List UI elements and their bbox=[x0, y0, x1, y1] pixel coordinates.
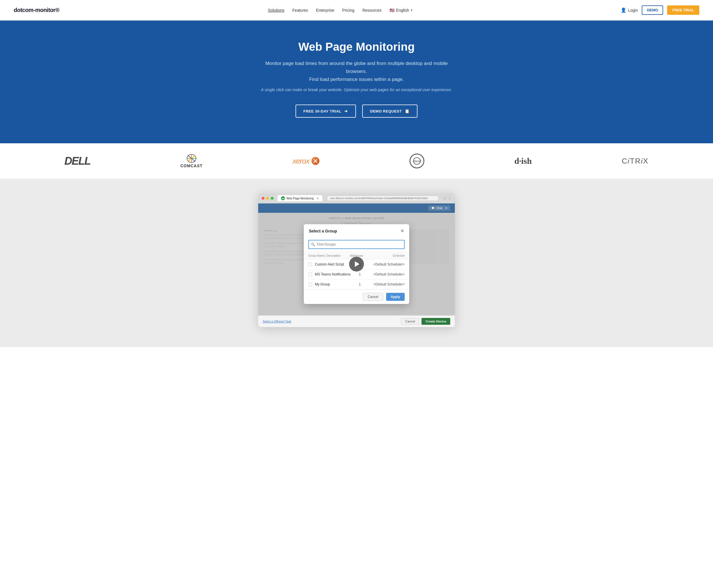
nav-enterprise[interactable]: Enterprise bbox=[316, 8, 334, 13]
close-dot-icon bbox=[261, 197, 265, 200]
volvo-logo: VOLVO bbox=[410, 153, 424, 168]
app-header: 💬 Chat ✕ bbox=[258, 204, 455, 213]
browser-tab[interactable]: dm Web Page Monitoring ✕ bbox=[277, 195, 322, 202]
logo[interactable]: dotcom-monitor® bbox=[14, 7, 60, 14]
hero-italic: A single click can make or break your we… bbox=[12, 87, 701, 92]
calendar-icon: 📋 bbox=[405, 109, 410, 113]
nav-pricing[interactable]: Pricing bbox=[342, 8, 355, 13]
hero-section: Web Page Monitoring Monitor page load ti… bbox=[0, 21, 713, 143]
comcast-logo: COMCAST bbox=[181, 154, 203, 168]
dialog-title: Select a Group bbox=[309, 229, 337, 233]
citrix-logo: CiTRiX bbox=[622, 157, 649, 166]
navbar: dotcom-monitor® Solutions Features Enter… bbox=[0, 0, 713, 21]
hero-title: Web Page Monitoring bbox=[12, 40, 701, 53]
row-addresses: 1 bbox=[351, 282, 369, 286]
logos-section: DELL COMCAST xerox VOLVO d·ish CiTRiX bbox=[0, 143, 713, 179]
create-device-button[interactable]: Create Device bbox=[421, 318, 450, 325]
browser-mockup: dm Web Page Monitoring ✕ user.dotcom-mon… bbox=[258, 193, 455, 327]
chat-close-icon[interactable]: ✕ bbox=[445, 207, 447, 210]
row-checkbox[interactable] bbox=[308, 262, 312, 266]
tab-close-icon[interactable]: ✕ bbox=[316, 196, 319, 200]
bottom-action-buttons: Cancel Create Device bbox=[401, 318, 450, 325]
nav-right: 👤 Login DEMO FREE TRIAL bbox=[621, 5, 699, 15]
hero-subtitle: Monitor page load times from around the … bbox=[257, 60, 456, 83]
app-body: CREATE A NEW MONITORING DEVICE Untitled … bbox=[258, 213, 455, 315]
row-name: Custom Alert Script bbox=[315, 262, 351, 266]
dialog-header: Select a Group ✕ bbox=[304, 224, 409, 237]
play-triangle-icon bbox=[355, 261, 360, 267]
dm-favicon-icon: dm bbox=[281, 196, 285, 200]
row-schedule: <Default Scheduler> bbox=[369, 262, 405, 266]
minimize-dot-icon bbox=[266, 197, 269, 200]
flag-icon: 🇺🇸 bbox=[390, 8, 394, 13]
maximize-dot-icon bbox=[271, 197, 274, 200]
comcast-peacock-icon bbox=[186, 154, 197, 163]
row-addresses: 1 bbox=[351, 272, 369, 276]
select-different-task-link[interactable]: Select a Different Task bbox=[263, 320, 291, 323]
table-row[interactable]: My Group 1 <Default Scheduler> bbox=[304, 279, 409, 290]
play-button[interactable] bbox=[349, 257, 364, 272]
dialog-overlay: Select a Group ✕ 🔍 Group Name, Descripti… bbox=[258, 213, 455, 315]
language-selector[interactable]: 🇺🇸 English ▾ bbox=[390, 8, 412, 13]
group-search-input[interactable] bbox=[308, 240, 405, 249]
svg-text:VOLVO: VOLVO bbox=[413, 160, 421, 163]
xerox-logo: xerox bbox=[293, 157, 320, 166]
bottom-cancel-button[interactable]: Cancel bbox=[401, 318, 419, 325]
browser-action-icons: ☆ ⋮ bbox=[443, 196, 452, 200]
nav-solutions[interactable]: Solutions bbox=[268, 8, 285, 13]
dialog-close-button[interactable]: ✕ bbox=[400, 228, 404, 234]
nav-links: Solutions Features Enterprise Pricing Re… bbox=[268, 8, 412, 13]
nav-resources[interactable]: Resources bbox=[362, 8, 382, 13]
arrow-right-icon: ➜ bbox=[344, 109, 348, 113]
dialog-search-area: 🔍 bbox=[304, 237, 409, 252]
language-chevron-icon: ▾ bbox=[411, 8, 412, 12]
browser-titlebar: dm Web Page Monitoring ✕ user.dotcom-mon… bbox=[258, 193, 455, 204]
row-schedule: <Default Scheduler> bbox=[369, 282, 405, 286]
free-trial-hero-button[interactable]: FREE 30-DAY TRIAL ➜ bbox=[295, 105, 356, 118]
demo-section: dm Web Page Monitoring ✕ user.dotcom-mon… bbox=[0, 179, 713, 347]
chat-icon: 💬 bbox=[431, 207, 435, 210]
login-button[interactable]: 👤 Login bbox=[621, 7, 638, 13]
url-bar[interactable]: user.dotcom-monitor.com/c/48579/Wizard?p… bbox=[327, 196, 439, 201]
dialog-cancel-button[interactable]: Cancel bbox=[363, 293, 383, 301]
demo-button[interactable]: DEMO bbox=[642, 5, 663, 15]
chat-button[interactable]: 💬 Chat ✕ bbox=[428, 205, 450, 211]
dialog-apply-button[interactable]: Apply bbox=[386, 293, 405, 301]
star-icon[interactable]: ☆ bbox=[443, 196, 446, 200]
row-checkbox[interactable] bbox=[308, 273, 312, 276]
dell-logo: DELL bbox=[64, 155, 90, 167]
demo-request-button[interactable]: DEMO REQUEST 📋 bbox=[362, 105, 418, 118]
dish-logo: d·ish bbox=[515, 156, 532, 166]
app-bottom-bar: Select a Different Task Cancel Create De… bbox=[258, 315, 455, 327]
row-schedule: <Default Scheduler> bbox=[369, 272, 405, 276]
row-checkbox[interactable] bbox=[308, 282, 312, 286]
dialog-footer: Cancel Apply bbox=[304, 290, 409, 304]
language-label: English bbox=[396, 8, 409, 13]
hero-buttons: FREE 30-DAY TRIAL ➜ DEMO REQUEST 📋 bbox=[12, 105, 701, 118]
nav-features[interactable]: Features bbox=[292, 8, 308, 13]
free-trial-button[interactable]: FREE TRIAL bbox=[667, 5, 699, 15]
menu-icon[interactable]: ⋮ bbox=[448, 196, 452, 200]
search-icon: 🔍 bbox=[311, 243, 315, 247]
row-name: MS Teams Notifications bbox=[315, 272, 351, 276]
row-name: My Group bbox=[315, 282, 351, 286]
user-icon: 👤 bbox=[621, 7, 626, 13]
